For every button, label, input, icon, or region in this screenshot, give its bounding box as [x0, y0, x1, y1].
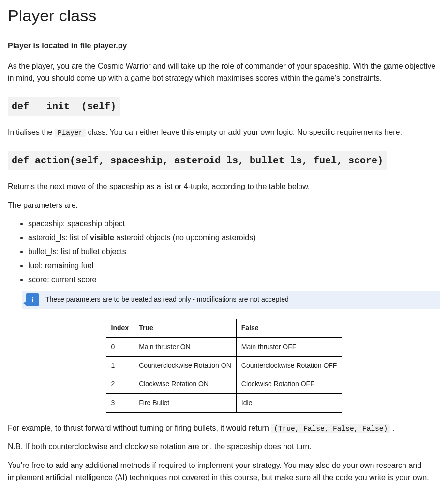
example-suffix: .	[390, 424, 395, 432]
init-method-heading: def __init__(self)	[8, 97, 120, 116]
init-description: Initialises the Player class. You can ei…	[8, 127, 440, 139]
parameters-label: The parameters are:	[8, 200, 440, 212]
example-tuple-code: (True, False, False, False)	[271, 424, 390, 433]
cell-false: Counterclockwise Rotation OFF	[236, 356, 342, 375]
cell-false: Clockwise Rotation OFF	[236, 375, 342, 394]
callout-text: These parameters are to be treated as re…	[39, 291, 296, 309]
list-item: spaceship: spaceship object	[28, 218, 440, 230]
example-paragraph: For example, to thrust forward without t…	[8, 422, 440, 435]
cell-true: Fire Bullet	[134, 393, 237, 412]
closing-paragraph: You're free to add any additional method…	[8, 460, 440, 484]
list-item: bullet_ls: list of bullet objects	[28, 246, 440, 258]
cell-index: 1	[106, 356, 134, 375]
asteroid-prefix: asteroid_ls: list of	[28, 233, 90, 242]
cell-index: 0	[106, 337, 134, 356]
example-prefix: For example, to thrust forward without t…	[8, 424, 271, 432]
cell-index: 2	[106, 375, 134, 394]
cell-true: Main thruster ON	[134, 337, 237, 356]
list-item: asteroid_ls: list of visible asteroid ob…	[28, 232, 440, 244]
nb-paragraph: N.B. If both counterclockwise and clockw…	[8, 441, 440, 453]
table-row: 0 Main thruster ON Main thruster OFF	[106, 337, 342, 356]
table-header-row: Index True False	[106, 319, 342, 338]
init-desc-suffix: class. You can either leave this empty o…	[86, 128, 402, 136]
intro-paragraph: As the player, you are the Cosmic Warrio…	[8, 60, 440, 85]
init-desc-prefix: Initialises the	[8, 128, 55, 136]
file-location-prefix: Player is located in file	[8, 42, 93, 50]
asteroid-bold-word: visible	[90, 233, 114, 242]
table-row: 1 Counterclockwise Rotation ON Countercl…	[106, 356, 342, 375]
player-class-inline-code: Player	[55, 129, 86, 137]
parameters-list: spaceship: spaceship object asteroid_ls:…	[8, 218, 440, 286]
list-item: fuel: remaining fuel	[28, 260, 440, 272]
list-item: score: current score	[28, 274, 440, 286]
action-returns-paragraph: Returns the next move of the spaceship a…	[8, 181, 440, 193]
page-title: Player class	[8, 3, 440, 29]
action-table: Index True False 0 Main thruster ON Main…	[106, 319, 343, 412]
cell-false: Idle	[236, 393, 342, 412]
header-false: False	[236, 319, 342, 338]
info-icon: i	[26, 293, 39, 306]
file-name: player.py	[93, 42, 127, 50]
header-index: Index	[106, 319, 134, 338]
cell-false: Main thruster OFF	[236, 337, 342, 356]
cell-true: Clockwise Rotation ON	[134, 375, 237, 394]
file-location-line: Player is located in file player.py	[8, 40, 440, 52]
table-row: 2 Clockwise Rotation ON Clockwise Rotati…	[106, 375, 342, 394]
asteroid-suffix: asteroid objects (no upcoming asteroids)	[114, 233, 256, 242]
info-callout: i These parameters are to be treated as …	[22, 291, 440, 309]
cell-true: Counterclockwise Rotation ON	[134, 356, 237, 375]
cell-index: 3	[106, 393, 134, 412]
header-true: True	[134, 319, 237, 338]
action-method-heading: def action(self, spaceship, asteroid_ls,…	[8, 151, 387, 170]
table-row: 3 Fire Bullet Idle	[106, 393, 342, 412]
